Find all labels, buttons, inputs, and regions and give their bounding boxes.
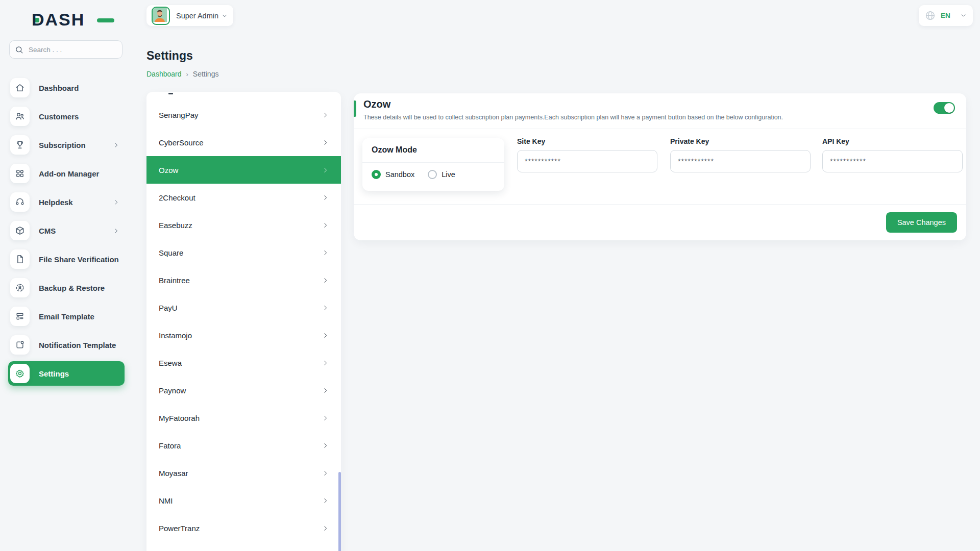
sidebar-item-label: Add-on Manager: [39, 169, 99, 178]
mode-option-sandbox[interactable]: Sandbox: [372, 170, 414, 179]
sidebar: DASH Dashboard Customers Subscription: [0, 0, 134, 551]
mode-options: Sandbox Live: [372, 170, 455, 179]
backup-icon: [10, 278, 30, 297]
sidebar-item-label: CMS: [39, 227, 56, 235]
app-root: DASH Dashboard Customers Subscription: [0, 0, 980, 551]
gateway-label: Moyasar: [159, 469, 188, 478]
mode-card-title: Ozow Mode: [372, 145, 417, 155]
sidebar-item-backup-restore[interactable]: Backup & Restore: [8, 276, 125, 300]
radio-unselected-icon[interactable]: [428, 170, 437, 179]
list-scrollbar[interactable]: [338, 472, 341, 551]
mode-option-label: Sandbox: [385, 170, 414, 179]
chevron-right-icon: [113, 228, 119, 234]
gateway-label: Instamojo: [159, 331, 192, 340]
chevron-right-icon: [322, 167, 329, 173]
gateway-row-powertranz[interactable]: PowerTranz: [146, 514, 341, 542]
gateway-row-braintree[interactable]: Braintree: [146, 266, 341, 294]
logo-dash: [97, 18, 114, 22]
logo-text: DASH: [32, 10, 85, 30]
sidebar-item-dashboard[interactable]: Dashboard: [8, 76, 125, 100]
gateway-row-2checkout[interactable]: 2Checkout: [146, 184, 341, 211]
user-name: Super Admin: [176, 12, 218, 20]
document-icon: [10, 249, 30, 269]
sidebar-item-label: Backup & Restore: [39, 284, 105, 292]
chevron-down-icon: [960, 12, 967, 19]
gateway-row-myfatoorah[interactable]: MyFatoorah: [146, 404, 341, 432]
sidebar-item-label: File Share Verification: [39, 255, 119, 264]
save-button[interactable]: Save Changes: [886, 212, 957, 233]
gateway-detail-panel: Ozow These details will be used to colle…: [354, 93, 966, 240]
breadcrumb-dashboard-link[interactable]: Dashboard: [146, 70, 182, 78]
chevron-right-icon: [322, 360, 329, 366]
grid-icon: [10, 164, 30, 183]
site-key-input[interactable]: [517, 150, 657, 172]
sidebar-item-subscription[interactable]: Subscription: [8, 133, 125, 157]
site-key-field: Site Key: [517, 137, 657, 172]
gateway-row-instamojo[interactable]: Instamojo: [146, 321, 341, 349]
sidebar-item-customers[interactable]: Customers: [8, 104, 125, 129]
breadcrumb-current: Settings: [193, 70, 219, 78]
avatar: [152, 7, 170, 25]
gateway-row-cybersource[interactable]: CyberSource: [146, 129, 341, 156]
chevron-right-icon: [322, 332, 329, 339]
gateway-label: NMI: [159, 496, 173, 505]
sidebar-item-label: Dashboard: [39, 84, 79, 92]
gateway-row-senangpay[interactable]: SenangPay: [146, 101, 341, 129]
gateway-row-moyasar[interactable]: Moyasar: [146, 459, 341, 487]
sidebar-item-notification-template[interactable]: Notification Template: [8, 333, 125, 357]
sidebar-item-label: Customers: [39, 112, 79, 121]
sidebar-item-label: Settings: [39, 369, 69, 378]
sidebar-item-cms[interactable]: CMS: [8, 218, 125, 243]
sidebar-item-helpdesk[interactable]: Helpdesk: [8, 190, 125, 214]
gateway-row-payu[interactable]: PayU: [146, 294, 341, 321]
brand-logo: DASH: [32, 8, 103, 31]
gateway-row-paynow[interactable]: Paynow: [146, 377, 341, 404]
breadcrumb-separator: ›: [186, 70, 188, 78]
sidebar-item-email-template[interactable]: Email Template: [8, 304, 125, 329]
radio-selected-icon[interactable]: [372, 170, 381, 179]
chevron-right-icon: [322, 249, 329, 256]
sidebar-item-file-share-verification[interactable]: File Share Verification: [8, 247, 125, 271]
gateway-row-nmi[interactable]: NMI: [146, 487, 341, 514]
sidebar-item-label: Helpdesk: [39, 198, 73, 207]
sidebar-item-label: Email Template: [39, 312, 94, 321]
gateway-row-esewa[interactable]: Esewa: [146, 349, 341, 377]
chevron-right-icon: [322, 415, 329, 421]
sidebar-item-addon-manager[interactable]: Add-on Manager: [8, 161, 125, 186]
gateway-row-ozow[interactable]: Ozow: [146, 156, 341, 184]
language-code: EN: [941, 12, 950, 19]
breadcrumb: Dashboard › Settings: [146, 70, 218, 78]
private-key-input[interactable]: [670, 150, 811, 172]
package-icon: [10, 221, 30, 240]
users-icon: [10, 107, 30, 126]
gateway-label: Ozow: [159, 166, 178, 174]
api-key-field: API Key: [822, 137, 963, 172]
clipped-item-fragment: [168, 93, 173, 94]
language-selector[interactable]: EN: [919, 5, 973, 26]
chevron-right-icon: [322, 387, 329, 394]
gateway-label: 2Checkout: [159, 193, 195, 202]
chevron-down-icon: [221, 12, 228, 19]
sidebar-search[interactable]: [9, 40, 122, 59]
sidebar-item-settings[interactable]: Settings: [8, 361, 125, 386]
panel-footer-divider: [354, 204, 966, 205]
chevron-right-icon: [322, 194, 329, 201]
mode-card: Ozow Mode Sandbox Live: [362, 138, 504, 191]
toggle-knob: [944, 103, 954, 113]
gateway-label: MyFatoorah: [159, 414, 200, 422]
api-key-input[interactable]: [822, 150, 963, 172]
user-menu[interactable]: Super Admin: [146, 5, 233, 26]
chevron-right-icon: [322, 139, 329, 146]
gateway-row-fatora[interactable]: Fatora: [146, 432, 341, 459]
chevron-right-icon: [322, 470, 329, 477]
mode-option-live[interactable]: Live: [428, 170, 455, 179]
headset-icon: [10, 192, 30, 212]
chevron-right-icon: [113, 199, 119, 206]
gateway-row-square[interactable]: Square: [146, 239, 341, 266]
globe-icon: [925, 10, 936, 21]
private-key-label: Private Key: [670, 137, 811, 145]
search-input[interactable]: [28, 45, 116, 54]
chevron-right-icon: [113, 142, 119, 148]
gateway-enabled-toggle[interactable]: [934, 102, 955, 114]
gateway-row-easebuzz[interactable]: Easebuzz: [146, 211, 341, 239]
